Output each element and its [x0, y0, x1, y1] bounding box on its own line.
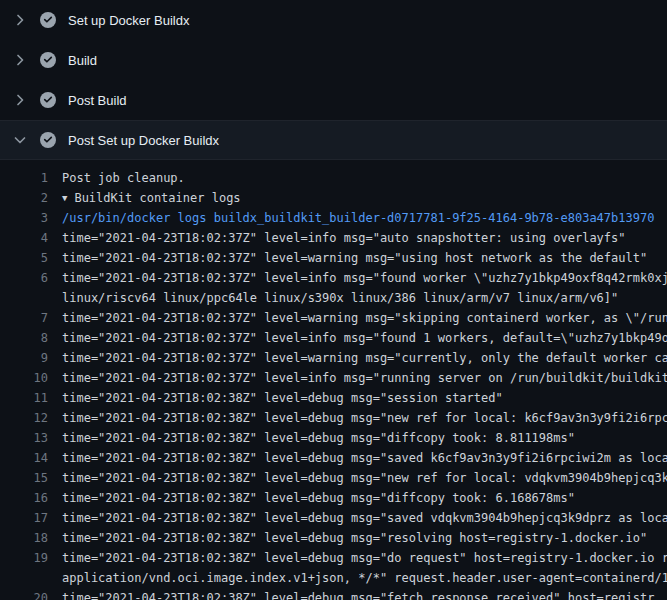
- log-line-text: time="2021-04-23T18:02:37Z" level=info m…: [48, 228, 667, 248]
- log-line-number[interactable]: 18: [0, 528, 48, 548]
- log-line-number[interactable]: 9: [0, 348, 48, 368]
- log-line-number[interactable]: 4: [0, 228, 48, 248]
- log-line-text: time="2021-04-23T18:02:38Z" level=debug …: [48, 588, 667, 600]
- log-line-number[interactable]: 12: [0, 408, 48, 428]
- log-line: 16time="2021-04-23T18:02:38Z" level=debu…: [0, 488, 667, 508]
- log-line-text: time="2021-04-23T18:02:38Z" level=debug …: [48, 508, 667, 528]
- log-line: 20time="2021-04-23T18:02:38Z" level=debu…: [0, 588, 667, 600]
- log-line-number[interactable]: 20: [0, 588, 48, 600]
- log-line-number[interactable]: 19: [0, 548, 48, 568]
- log-line-text: time="2021-04-23T18:02:38Z" level=debug …: [48, 408, 667, 428]
- log-line-number[interactable]: 6: [0, 268, 48, 288]
- check-circle-icon: [40, 52, 56, 68]
- log-line: 11time="2021-04-23T18:02:38Z" level=debu…: [0, 388, 667, 408]
- check-circle-icon: [40, 12, 56, 28]
- log-line-text: time="2021-04-23T18:02:37Z" level=info m…: [48, 328, 667, 348]
- log-line: 17time="2021-04-23T18:02:38Z" level=debu…: [0, 508, 667, 528]
- log-line: 9time="2021-04-23T18:02:37Z" level=warni…: [0, 348, 667, 368]
- actions-log-viewer: Set up Docker Buildx Build Post Buil: [0, 0, 667, 600]
- log-line-number[interactable]: 15: [0, 468, 48, 488]
- log-line-number[interactable]: 5: [0, 248, 48, 268]
- log-line: 14time="2021-04-23T18:02:38Z" level=debu…: [0, 448, 667, 468]
- log-line: 13time="2021-04-23T18:02:38Z" level=debu…: [0, 428, 667, 448]
- log-line-number: [0, 568, 48, 588]
- chevron-down-icon[interactable]: [12, 132, 28, 148]
- step-row[interactable]: Post Set up Docker Buildx: [0, 120, 667, 160]
- log-line: 8time="2021-04-23T18:02:37Z" level=info …: [0, 328, 667, 348]
- log-line-number[interactable]: 10: [0, 368, 48, 388]
- log-line-text: linux/riscv64 linux/ppc64le linux/s390x …: [48, 288, 667, 308]
- chevron-right-icon[interactable]: [12, 92, 28, 108]
- log-line-text: time="2021-04-23T18:02:37Z" level=info m…: [48, 268, 667, 288]
- log-output: 1Post job cleanup.2▼BuildKit container l…: [0, 160, 667, 600]
- log-line: application/vnd.oci.image.index.v1+json,…: [0, 568, 667, 588]
- log-line-text: application/vnd.oci.image.index.v1+json,…: [48, 568, 667, 588]
- chevron-right-icon[interactable]: [12, 52, 28, 68]
- log-line-number[interactable]: 16: [0, 488, 48, 508]
- log-line-text: Post job cleanup.: [48, 168, 667, 188]
- log-line: linux/riscv64 linux/ppc64le linux/s390x …: [0, 288, 667, 308]
- step-row[interactable]: Build: [0, 40, 667, 80]
- log-line-number[interactable]: 13: [0, 428, 48, 448]
- step-label: Set up Docker Buildx: [68, 13, 189, 28]
- log-line-text: time="2021-04-23T18:02:37Z" level=warnin…: [48, 308, 667, 328]
- log-line-text: time="2021-04-23T18:02:37Z" level=warnin…: [48, 248, 667, 268]
- log-line-text: time="2021-04-23T18:02:37Z" level=warnin…: [48, 348, 667, 368]
- step-list: Set up Docker Buildx Build Post Buil: [0, 0, 667, 160]
- log-line-text: time="2021-04-23T18:02:38Z" level=debug …: [48, 468, 667, 488]
- log-group-title: BuildKit container logs: [74, 191, 240, 205]
- log-line-number[interactable]: 3: [0, 208, 48, 228]
- log-line-text: /usr/bin/docker logs buildx_buildkit_bui…: [48, 208, 667, 228]
- log-line: 4time="2021-04-23T18:02:37Z" level=info …: [0, 228, 667, 248]
- log-line: 18time="2021-04-23T18:02:38Z" level=debu…: [0, 528, 667, 548]
- check-circle-icon: [40, 132, 56, 148]
- log-line-number[interactable]: 14: [0, 448, 48, 468]
- log-line-number[interactable]: 8: [0, 328, 48, 348]
- log-line-text: time="2021-04-23T18:02:38Z" level=debug …: [48, 488, 667, 508]
- log-line-text: time="2021-04-23T18:02:38Z" level=debug …: [48, 428, 667, 448]
- step-row[interactable]: Set up Docker Buildx: [0, 0, 667, 40]
- log-line: 12time="2021-04-23T18:02:38Z" level=debu…: [0, 408, 667, 428]
- log-line-number[interactable]: 11: [0, 388, 48, 408]
- step-row[interactable]: Post Build: [0, 80, 667, 120]
- log-line-text: time="2021-04-23T18:02:38Z" level=debug …: [48, 388, 667, 408]
- log-line-text: time="2021-04-23T18:02:38Z" level=debug …: [48, 448, 667, 468]
- log-line-number[interactable]: 17: [0, 508, 48, 528]
- collapse-triangle-icon[interactable]: ▼: [62, 188, 67, 208]
- log-line: 1Post job cleanup.: [0, 168, 667, 188]
- log-line-text: time="2021-04-23T18:02:38Z" level=debug …: [48, 548, 667, 568]
- step-label: Post Set up Docker Buildx: [68, 133, 219, 148]
- log-line: 3/usr/bin/docker logs buildx_buildkit_bu…: [0, 208, 667, 228]
- log-line-number[interactable]: 2: [0, 188, 48, 208]
- log-line: 5time="2021-04-23T18:02:37Z" level=warni…: [0, 248, 667, 268]
- log-line: 10time="2021-04-23T18:02:37Z" level=info…: [0, 368, 667, 388]
- log-line: 15time="2021-04-23T18:02:38Z" level=debu…: [0, 468, 667, 488]
- log-line: 2▼BuildKit container logs: [0, 188, 667, 208]
- step-label: Post Build: [68, 93, 127, 108]
- log-line-number[interactable]: 1: [0, 168, 48, 188]
- check-circle-icon: [40, 92, 56, 108]
- log-line: 7time="2021-04-23T18:02:37Z" level=warni…: [0, 308, 667, 328]
- chevron-right-icon[interactable]: [12, 12, 28, 28]
- step-label: Build: [68, 53, 97, 68]
- log-line: 19time="2021-04-23T18:02:38Z" level=debu…: [0, 548, 667, 568]
- log-line-number[interactable]: 7: [0, 308, 48, 328]
- log-line: 6time="2021-04-23T18:02:37Z" level=info …: [0, 268, 667, 288]
- log-line-text: ▼BuildKit container logs: [48, 188, 667, 208]
- log-line-text: time="2021-04-23T18:02:37Z" level=info m…: [48, 368, 667, 388]
- log-line-number: [0, 288, 48, 308]
- log-line-text: time="2021-04-23T18:02:38Z" level=debug …: [48, 528, 667, 548]
